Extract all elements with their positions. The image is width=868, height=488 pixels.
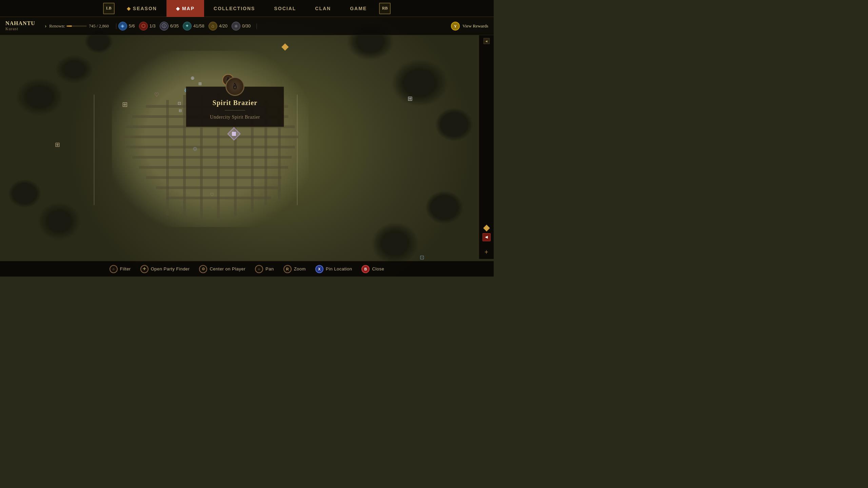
map-icon: ◆ bbox=[176, 6, 180, 11]
panel-nav-left[interactable]: ◄ bbox=[482, 233, 491, 241]
map-marker-gear[interactable]: ⚙ bbox=[193, 146, 197, 152]
right-side-panel: ◄ ◄ + bbox=[479, 35, 494, 259]
tooltip-icon: 🕯 bbox=[225, 77, 244, 96]
stat-value-2: 1/3 bbox=[150, 23, 156, 28]
renown-value: 745 / 2,860 bbox=[89, 23, 109, 29]
pin-location-button-icon: X bbox=[315, 265, 323, 273]
pan-button-icon: ○ bbox=[255, 265, 263, 273]
street-h-4 bbox=[122, 136, 298, 138]
zoom-button-icon: R bbox=[283, 265, 292, 273]
stat-group-6: ⍟ 0/30 bbox=[232, 22, 251, 30]
action-center-player[interactable]: ⊙ Center on Player bbox=[199, 265, 245, 273]
party-finder-label: Open Party Finder bbox=[151, 266, 190, 271]
top-navigation: LB ◆ SEASON ◆ MAP COLLECTIONS SOCIAL CLA… bbox=[0, 0, 494, 17]
nav-game[interactable]: GAME bbox=[340, 0, 376, 17]
stat-group-4: ✦ 41/58 bbox=[183, 22, 204, 30]
action-party-finder[interactable]: ✛ Open Party Finder bbox=[140, 265, 190, 273]
view-rewards-label: View Rewards bbox=[462, 23, 488, 29]
rb-button[interactable]: RB bbox=[379, 3, 391, 14]
region-info: NAHANTU Kurast bbox=[5, 20, 35, 32]
map-marker-dungeon[interactable]: ⊞ bbox=[122, 100, 128, 108]
street-h-5 bbox=[125, 146, 295, 148]
renown-arrow: › bbox=[45, 23, 46, 29]
stat-icon-3: ⓘ bbox=[160, 22, 169, 30]
street-v-1 bbox=[166, 100, 169, 215]
pan-label: Pan bbox=[265, 266, 274, 271]
renown-section: Renown: 745 / 2,860 bbox=[49, 23, 109, 29]
view-rewards-button[interactable]: Y View Rewards bbox=[451, 22, 488, 30]
renown-bar bbox=[66, 25, 87, 27]
stat-value-4: 41/58 bbox=[193, 23, 204, 28]
stat-group-1: ◈ 5/6 bbox=[118, 22, 135, 30]
filter-button-icon: ○ bbox=[110, 265, 118, 273]
action-filter[interactable]: ○ Filter bbox=[110, 265, 131, 273]
compass-icon: ◆ bbox=[281, 41, 289, 52]
map-marker-tower[interactable]: ⊞ bbox=[408, 95, 413, 102]
street-h-6 bbox=[132, 156, 292, 159]
map-marker-chest[interactable]: ♡ bbox=[154, 92, 159, 98]
stat-value-6: 0/30 bbox=[242, 23, 251, 28]
party-finder-button-icon: ✛ bbox=[140, 265, 149, 273]
action-pan[interactable]: ○ Pan bbox=[255, 265, 274, 273]
nav-social[interactable]: SOCIAL bbox=[264, 0, 305, 17]
region-subname: Kurast bbox=[5, 26, 35, 32]
close-label: Close bbox=[372, 266, 384, 271]
location-tooltip: 🕯 Spirit Brazier Undercity Spirit Brazie… bbox=[186, 86, 284, 127]
lb-button[interactable]: LB bbox=[103, 3, 115, 14]
panel-diamond bbox=[483, 225, 490, 231]
panel-zoom-in[interactable]: + bbox=[482, 248, 491, 256]
player-marker bbox=[227, 127, 241, 141]
tooltip-title: Spirit Brazier bbox=[193, 99, 277, 107]
map-marker-3[interactable]: ⊞ bbox=[198, 81, 202, 86]
stat-icon-4: ✦ bbox=[183, 22, 192, 30]
renown-bar-fill bbox=[66, 25, 72, 27]
season-icon: ◆ bbox=[127, 6, 131, 11]
tooltip-divider bbox=[225, 110, 245, 110]
map-marker-heart[interactable]: ♡ bbox=[210, 192, 214, 198]
pin-location-label: Pin Location bbox=[326, 266, 352, 271]
action-zoom[interactable]: R Zoom bbox=[283, 265, 306, 273]
nav-season[interactable]: ◆ SEASON bbox=[117, 0, 166, 17]
map-marker-12[interactable]: ⊡ bbox=[420, 254, 424, 261]
stat-icon-1: ◈ bbox=[118, 22, 127, 30]
header-bar: NAHANTU Kurast › Renown: 745 / 2,860 | ◈… bbox=[0, 17, 494, 35]
panel-arrow-left[interactable]: ◄ bbox=[484, 38, 490, 44]
action-close[interactable]: B Close bbox=[361, 265, 384, 273]
map-marker-5[interactable]: ⊡ bbox=[178, 101, 181, 106]
sep2: | bbox=[256, 22, 257, 29]
stat-icon-6: ⍟ bbox=[232, 22, 240, 30]
stat-value-3: 6/35 bbox=[170, 23, 179, 28]
nav-map[interactable]: ◆ MAP bbox=[166, 0, 204, 17]
stat-group-2: ⬡ 1/3 bbox=[139, 22, 156, 30]
nav-clan[interactable]: CLAN bbox=[305, 0, 340, 17]
center-player-button-icon: ⊙ bbox=[199, 265, 207, 273]
filter-label: Filter bbox=[120, 266, 131, 271]
stat-group-5: ⌂ 4/20 bbox=[209, 22, 228, 30]
map-marker-6[interactable]: ⊟ bbox=[179, 108, 182, 113]
stat-group-3: ⓘ 6/35 bbox=[160, 22, 179, 30]
stat-value-1: 5/6 bbox=[129, 23, 135, 28]
region-name: NAHANTU bbox=[5, 20, 35, 26]
stat-icon-2: ⬡ bbox=[139, 22, 148, 30]
sep1: | bbox=[116, 22, 117, 29]
nav-collections[interactable]: COLLECTIONS bbox=[204, 0, 264, 17]
tooltip-subtitle: Undercity Spirit Brazier bbox=[193, 115, 277, 120]
stat-icon-5: ⌂ bbox=[209, 22, 217, 30]
map-marker-waypoint[interactable]: ⊞ bbox=[55, 141, 60, 148]
zoom-label: Zoom bbox=[294, 266, 306, 271]
bottom-action-bar: ○ Filter ✛ Open Party Finder ⊙ Center on… bbox=[0, 261, 494, 277]
action-pin-location[interactable]: X Pin Location bbox=[315, 265, 352, 273]
y-button: Y bbox=[451, 22, 460, 30]
stat-value-5: 4/20 bbox=[219, 23, 228, 28]
renown-label: Renown: bbox=[49, 23, 65, 29]
map-marker-2[interactable]: ⊕ bbox=[191, 75, 195, 81]
center-player-label: Center on Player bbox=[210, 266, 245, 271]
close-button-icon: B bbox=[361, 265, 370, 273]
street-v-2 bbox=[183, 95, 186, 217]
